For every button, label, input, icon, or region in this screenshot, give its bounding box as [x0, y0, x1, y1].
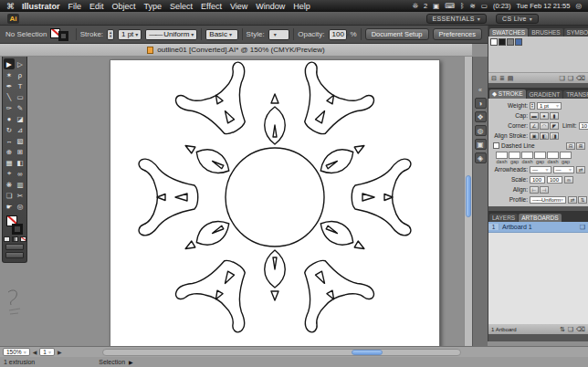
stroke-color-chip[interactable]: [58, 31, 68, 41]
dash-field-5[interactable]: [560, 152, 572, 159]
scale-tool[interactable]: ⊿: [15, 124, 26, 135]
brush-select[interactable]: Basic▾: [205, 29, 237, 40]
tab-gradient[interactable]: GRADIENT: [527, 90, 563, 99]
profile-select[interactable]: ——Uniform▾: [530, 196, 566, 204]
next-artboard-button[interactable]: ▶: [58, 349, 62, 355]
color-button[interactable]: [4, 236, 10, 242]
apple-menu-icon[interactable]: ⌘: [6, 2, 15, 11]
delete-artboard-button[interactable]: ⌫: [576, 326, 585, 333]
swatch-black[interactable]: [499, 38, 506, 46]
artboard-row[interactable]: 1 Artboard 1 ❏: [488, 222, 588, 233]
dash-field-2[interactable]: [521, 152, 533, 159]
menubar-clock[interactable]: Tue Feb 12 21:55: [517, 2, 571, 10]
align-stroke-center-button[interactable]: ▣: [530, 132, 539, 140]
appearance-icon[interactable]: ◍: [475, 125, 487, 136]
align-stroke-outside-button[interactable]: ◨: [550, 132, 559, 140]
menubar-battery-icon[interactable]: ▭: [481, 2, 488, 10]
canvas[interactable]: ▶▷✶ρ✒T╲▭✑✎●◪↻⊿↔▧⊕⊞▦◧⌖∞❋▥❏✂☛◎: [0, 57, 472, 346]
menubar-fan-icon[interactable]: ❊: [413, 2, 418, 10]
swatch-options-icon[interactable]: ▤: [508, 75, 514, 82]
free-transform-tool[interactable]: ▧: [15, 135, 26, 146]
zoom-tool[interactable]: ◎: [15, 201, 26, 212]
dash-field-3[interactable]: [534, 152, 546, 159]
magic-wand-tool[interactable]: ✶: [4, 69, 15, 80]
menu-view[interactable]: View: [230, 2, 247, 11]
screen-mode-button[interactable]: [5, 252, 24, 258]
menubar-bluetooth-icon[interactable]: ᛒ: [460, 2, 465, 10]
swatch-kinds-icon[interactable]: ≣: [499, 75, 505, 82]
corner-bevel-button[interactable]: ◤: [550, 122, 559, 130]
align-dashes-button[interactable]: ⊞: [576, 142, 585, 150]
weight-stepper[interactable]: ▴▾: [530, 102, 535, 110]
arrow-scale-end-field[interactable]: 100: [547, 176, 562, 184]
style-select[interactable]: ▾: [268, 29, 290, 40]
new-swatch-button[interactable]: ❏: [568, 75, 573, 82]
selection-tool[interactable]: ▶: [4, 58, 15, 69]
symbol-sprayer-tool[interactable]: ❋: [4, 179, 15, 190]
delete-swatch-button[interactable]: ⌫: [576, 75, 585, 82]
opacity-field[interactable]: 100▾: [329, 29, 347, 40]
vertical-scroll-thumb[interactable]: [466, 175, 471, 217]
width-profile-select[interactable]: —— Uniform▾: [145, 29, 197, 40]
type-tool[interactable]: T: [15, 80, 26, 91]
link-scale-button[interactable]: ∞: [564, 176, 573, 184]
new-artboard-button[interactable]: ❏: [568, 326, 573, 333]
dash-field-1[interactable]: [509, 152, 520, 159]
menu-illustrator[interactable]: Illustrator: [22, 2, 60, 11]
arrow-align-start-button[interactable]: ⊢: [530, 186, 539, 194]
menu-file[interactable]: File: [68, 2, 82, 11]
arrow-align-end-button[interactable]: ⊣: [540, 186, 549, 194]
eyedropper-tool[interactable]: ⌖: [4, 168, 15, 179]
tab-layers[interactable]: LAYERS: [489, 214, 518, 222]
tab-symbols[interactable]: SYMBOLS: [564, 28, 588, 37]
cap-butt-button[interactable]: ▬: [530, 112, 539, 120]
line-segment-tool[interactable]: ╲: [4, 91, 15, 102]
menu-select[interactable]: Select: [170, 2, 193, 11]
artboard-tool[interactable]: ❏: [4, 190, 15, 201]
corner-round-button[interactable]: ◠: [540, 122, 549, 130]
perspective-grid-tool[interactable]: ⊞: [15, 146, 26, 157]
zoom-level-select[interactable]: 150%▾: [3, 348, 30, 356]
tab-stroke[interactable]: ◆ STROKE: [489, 89, 526, 99]
column-graph-tool[interactable]: ▥: [15, 179, 26, 190]
prev-artboard-button[interactable]: ◀: [33, 349, 37, 355]
arrowhead-start-select[interactable]: —▾: [530, 166, 551, 173]
lasso-tool[interactable]: ρ: [15, 69, 26, 80]
vertical-scrollbar[interactable]: [464, 57, 472, 346]
swatch-libraries-icon[interactable]: ⊟: [491, 75, 497, 82]
preserve-dashes-button[interactable]: ⊟: [566, 142, 575, 150]
arrow-scale-start-field[interactable]: 100: [530, 176, 545, 184]
shape-builder-tool[interactable]: ⊕: [4, 146, 15, 157]
dashed-line-checkbox[interactable]: [493, 142, 499, 149]
document-tab[interactable]: outline01 [Converted].AI* @ 150% (CMYK/P…: [0, 44, 472, 57]
paintbrush-tool[interactable]: ✑: [4, 102, 15, 113]
limit-field[interactable]: 10: [579, 122, 588, 130]
rectangle-tool[interactable]: ▭: [15, 91, 26, 102]
cap-projecting-button[interactable]: ▮: [550, 112, 559, 120]
status-proxy-icon[interactable]: ▶: [129, 359, 133, 365]
blend-tool[interactable]: ∞: [15, 168, 26, 179]
artboard-page-icon[interactable]: ❏: [580, 224, 585, 231]
menu-effect[interactable]: Effect: [201, 2, 222, 11]
align-stroke-inside-button[interactable]: ◧: [540, 132, 549, 140]
menubar-input-badge[interactable]: 2: [424, 2, 427, 10]
new-swatch-group-button[interactable]: ❑: [560, 75, 565, 82]
preferences-button[interactable]: Preferences: [433, 28, 482, 40]
reorder-artboard-icon[interactable]: ⇅: [560, 326, 565, 333]
direct-selection-tool[interactable]: ▷: [15, 58, 26, 69]
flip-across-button[interactable]: ⇄: [568, 196, 577, 204]
menubar-wifi-icon[interactable]: ≋: [470, 2, 476, 10]
graphic-styles-icon[interactable]: ▣: [475, 139, 487, 150]
menu-help[interactable]: Help: [293, 2, 310, 11]
mesh-tool[interactable]: ▦: [4, 157, 15, 168]
rotate-tool[interactable]: ↻: [4, 124, 15, 135]
cap-round-button[interactable]: ●: [540, 112, 549, 120]
tab-swatches[interactable]: SWATCHES: [489, 28, 528, 37]
horizontal-scrollbar[interactable]: [102, 349, 461, 356]
color-panel-icon[interactable]: ◑: [475, 98, 487, 109]
hand-tool[interactable]: ☛: [4, 201, 15, 212]
artwork-ornament[interactable]: [138, 60, 412, 334]
swatch-pattern[interactable]: [515, 38, 522, 46]
navigator-icon[interactable]: ◈: [475, 152, 487, 163]
workspace-switcher[interactable]: ESSENTIALS ▾: [426, 14, 488, 24]
